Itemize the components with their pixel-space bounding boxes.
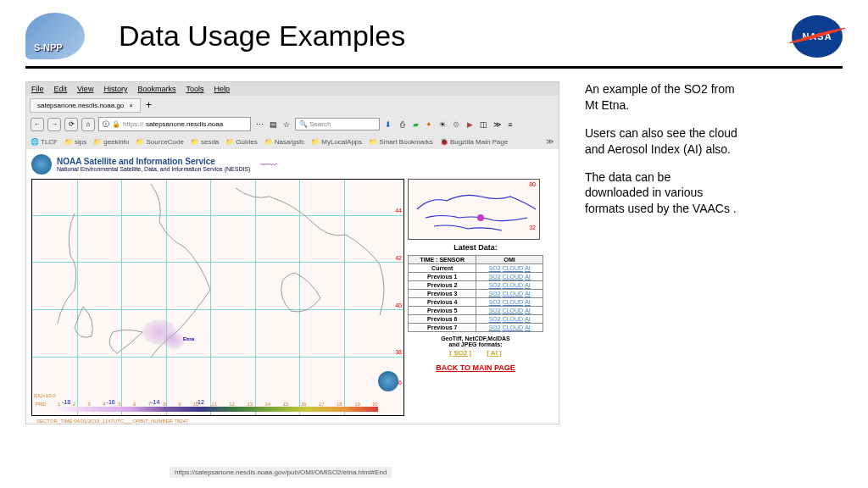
th-omi: OMI: [476, 256, 543, 264]
sector-time: SECTOR_TIME:04/01/2019_1147UTC___ORBIT_N…: [36, 419, 569, 424]
link-cloud[interactable]: CLOUD: [502, 316, 525, 322]
slide-title: Data Usage Examples: [119, 19, 792, 53]
lock-icon: 🔒: [112, 120, 120, 128]
reload-button[interactable]: ⟳: [64, 118, 78, 131]
search-input[interactable]: 🔍 Search: [295, 118, 380, 130]
desc-p2: Users can also see the cloud and Aerosol…: [585, 125, 737, 158]
idu-label: IDU×10:0: [34, 393, 56, 398]
link-ai[interactable]: AI: [524, 324, 531, 330]
link-so2[interactable]: SO2: [488, 274, 502, 280]
link-ai[interactable]: AI: [524, 291, 531, 297]
link-so2[interactable]: SO2: [488, 308, 502, 313]
link-cloud[interactable]: CLOUD: [502, 299, 525, 305]
menu-bookmarks[interactable]: Bookmarks: [137, 85, 175, 93]
slide-header: Data Usage Examples: [25, 13, 843, 69]
formats-label: GeoTiff, NetCDF,McIDASand JPEG formats:: [408, 336, 543, 347]
search-icon: 🔍: [299, 120, 308, 128]
menu-edit[interactable]: Edit: [54, 85, 68, 93]
download-icon[interactable]: ⬇: [383, 119, 393, 130]
menu-tools[interactable]: Tools: [186, 85, 203, 93]
link-cloud[interactable]: CLOUD: [502, 265, 525, 271]
addon-icon-1[interactable]: ▰: [410, 119, 420, 130]
link-ai[interactable]: AI: [524, 316, 531, 322]
bookmark-tlcf[interactable]: 🌐 TLCF: [31, 138, 58, 146]
sidebar-icon[interactable]: ◫: [478, 119, 488, 130]
link-so2[interactable]: SO2: [488, 324, 502, 330]
bookmark-sesda[interactable]: 📁sesda: [191, 138, 219, 146]
desc-p3: The data can be downloaded in various fo…: [585, 169, 737, 218]
prd-label: PRD: [36, 402, 47, 407]
info-icon[interactable]: ⓘ: [103, 119, 109, 129]
bookmark-nasa[interactable]: 📁Nasa/gsfc: [264, 138, 305, 146]
reader-icon[interactable]: ▤: [268, 119, 278, 130]
bookmarks-overflow[interactable]: ≫: [544, 136, 554, 147]
addon-icon-3[interactable]: ☀: [437, 119, 448, 130]
etna-label: Etna: [183, 336, 194, 341]
overflow-icon[interactable]: ≫: [492, 119, 502, 130]
menu-icon[interactable]: ≡: [505, 119, 515, 130]
addon-icon-2[interactable]: ✦: [424, 119, 434, 130]
coastline: [32, 180, 403, 415]
link-so2[interactable]: SO2: [488, 316, 502, 322]
link-cloud[interactable]: CLOUD: [502, 274, 525, 280]
library-icon[interactable]: ⎙: [397, 119, 407, 130]
link-so2[interactable]: SO2: [488, 282, 502, 288]
browser-menubar: File Edit View History Bookmarks Tools H…: [26, 82, 559, 96]
status-bar: https://satepsanone.nesdis.noaa.gov/pub/…: [170, 467, 392, 478]
main-map[interactable]: Etna 44 42 40 38 36 -18 -16 -14 -12 IDU×…: [31, 179, 404, 416]
download-links: [ SO2 ] [ AI ]: [408, 349, 543, 357]
back-to-main-link[interactable]: BACK TO MAIN PAGE: [408, 363, 543, 372]
link-ai[interactable]: AI: [524, 282, 531, 288]
table-row: Previous 5SO2CLOUDAI: [409, 307, 543, 315]
menu-history[interactable]: History: [103, 85, 127, 93]
desc-p1: An example of the SO2 from Mt Etna.: [585, 81, 737, 114]
link-so2[interactable]: SO2: [488, 265, 502, 271]
table-row: CurrentSO2CLOUDAI: [409, 264, 543, 273]
link-cloud[interactable]: CLOUD: [502, 291, 525, 297]
link-cloud[interactable]: CLOUD: [502, 324, 525, 330]
latest-data-label: Latest Data:: [408, 243, 543, 252]
star-icon[interactable]: ☆: [281, 119, 292, 130]
download-ai-link[interactable]: [ AI ]: [487, 349, 501, 357]
bookmark-sourcecode[interactable]: 📁SourceCode: [136, 138, 183, 146]
link-ai[interactable]: AI: [524, 299, 531, 305]
link-cloud[interactable]: CLOUD: [502, 308, 525, 313]
close-icon[interactable]: ×: [129, 102, 133, 109]
svg-point-0: [477, 214, 484, 221]
addon-icon-4[interactable]: ⚙: [451, 119, 461, 130]
tab-title: satepsanone.nesdis.noaa.go: [37, 102, 124, 109]
menu-file[interactable]: File: [31, 85, 44, 93]
more-icon[interactable]: ⋯: [254, 119, 264, 130]
forward-button[interactable]: →: [47, 118, 61, 131]
browser-tabbar: satepsanone.nesdis.noaa.go × +: [26, 96, 559, 114]
home-button[interactable]: ⌂: [81, 118, 95, 131]
link-ai[interactable]: AI: [524, 265, 531, 271]
bookmark-mylocal[interactable]: 📁MyLocalApps: [311, 138, 362, 146]
mini-map[interactable]: 80 32: [408, 179, 540, 240]
menu-help[interactable]: Help: [214, 85, 230, 93]
link-ai[interactable]: AI: [524, 274, 531, 280]
bookmark-guides[interactable]: 📁Guides: [225, 138, 257, 146]
url-input[interactable]: ⓘ 🔒 https://satepsanone.nesdis.noaa: [98, 117, 251, 131]
table-row: Previous 1SO2CLOUDAI: [409, 273, 543, 281]
link-so2[interactable]: SO2: [488, 291, 502, 297]
table-row: Previous 7SO2CLOUDAI: [409, 324, 543, 332]
browser-urlbar: ← → ⟳ ⌂ ⓘ 🔒 https://satepsanone.nesdis.n…: [26, 114, 559, 134]
browser-tab[interactable]: satepsanone.nesdis.noaa.go ×: [30, 98, 141, 113]
link-cloud[interactable]: CLOUD: [502, 282, 525, 288]
menu-view[interactable]: View: [77, 85, 93, 93]
nasa-logo: [792, 15, 843, 58]
back-button[interactable]: ←: [31, 118, 44, 131]
bookmark-sips[interactable]: 📁sips: [64, 138, 86, 146]
download-so2-link[interactable]: [ SO2 ]: [449, 349, 471, 357]
addon-icon-5[interactable]: ▶: [465, 119, 475, 130]
snpp-logo: [25, 13, 85, 59]
bookmark-smart[interactable]: 📁Smart Bookmarks: [369, 138, 433, 146]
link-so2[interactable]: SO2: [488, 299, 502, 305]
bookmark-geekinfo[interactable]: 📁geekinfo: [93, 138, 129, 146]
new-tab-button[interactable]: +: [141, 97, 157, 113]
noaa-seal-icon: [31, 154, 52, 175]
link-ai[interactable]: AI: [524, 308, 531, 313]
th-time: TIME : SENSOR: [409, 256, 476, 264]
bookmark-bugzilla[interactable]: 🐞Bugzilla Main Page: [440, 138, 508, 146]
